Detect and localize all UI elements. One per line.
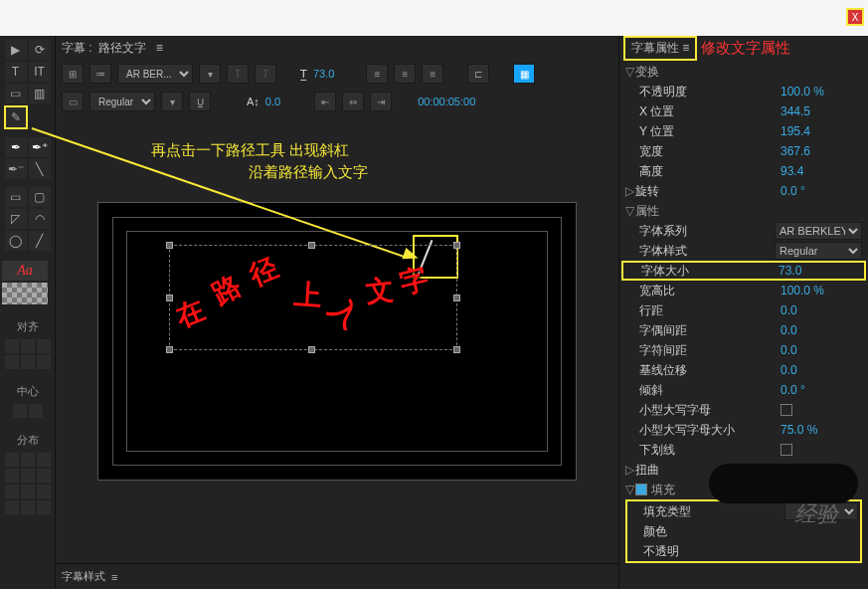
line-tool[interactable]: ╱ <box>29 231 51 251</box>
prop-width-label: 宽度 <box>625 143 781 160</box>
arc-tool[interactable]: ◠ <box>29 209 51 229</box>
prop-underline-checkbox[interactable] <box>781 444 792 456</box>
prop-fontsize-label: 字体大小 <box>627 263 779 280</box>
prop-filltype-label: 填充类型 <box>629 503 784 520</box>
watermark-bubble <box>709 464 858 503</box>
prop-smallcaps-checkbox[interactable] <box>781 404 792 416</box>
align-center[interactable]: ≡ <box>394 64 416 84</box>
prop-opacity-value[interactable]: 100.0 % <box>781 85 862 98</box>
window-close-button[interactable]: X <box>846 8 864 26</box>
panel-title-prefix: 字幕 : <box>62 40 92 57</box>
leading-icon: A↕ <box>247 96 260 107</box>
prop-underline-label: 下划线 <box>625 442 781 459</box>
distribute-buttons[interactable] <box>2 453 53 514</box>
prop-fontstyle-select[interactable]: Regular <box>775 242 862 260</box>
prop-skew-label: 倾斜 <box>625 382 781 399</box>
prop-baseline-value[interactable]: 0.0 <box>781 363 862 377</box>
font-size-icon: T̲ <box>300 68 307 81</box>
new-title-button[interactable]: ▭ <box>62 92 84 111</box>
prop-kerning-value[interactable]: 0.0 <box>781 323 862 337</box>
prop-tracking-value[interactable]: 0.0 <box>781 343 862 357</box>
show-video-button[interactable]: ▦ <box>513 64 535 84</box>
leading-value[interactable]: 0.0 <box>265 96 280 107</box>
prop-aspect-label: 宽高比 <box>625 283 781 299</box>
prop-rotate-label[interactable]: 旋转 <box>635 183 781 200</box>
annotation-line2: 沿着路径输入文字 <box>249 163 368 181</box>
align-right[interactable]: ≡ <box>422 64 443 84</box>
templates-button[interactable]: ⊞ <box>62 64 84 84</box>
align-buttons[interactable] <box>2 339 53 369</box>
prop-ypos-value[interactable]: 195.4 <box>781 124 862 138</box>
prop-ypos-label: Y 位置 <box>625 123 781 140</box>
text-style-swatch[interactable]: Aa <box>2 261 48 281</box>
distribute-v[interactable]: ⇥ <box>370 92 392 111</box>
prop-baseline-label: 基线位移 <box>625 362 781 379</box>
delete-anchor-tool[interactable]: ✒⁻ <box>5 159 27 179</box>
center-buttons[interactable] <box>2 404 53 418</box>
prop-rotate-value[interactable]: 0.0 ° <box>781 184 862 198</box>
font-picker-caret[interactable]: ▾ <box>199 64 221 84</box>
weight-caret[interactable]: ▾ <box>161 92 183 111</box>
styles-panel-title: 字幕样式 <box>62 569 105 584</box>
section-attributes[interactable]: 属性 <box>635 203 862 220</box>
vertical-area-type-tool[interactable]: ▥ <box>29 84 51 103</box>
prop-height-value[interactable]: 93.4 <box>781 164 862 178</box>
align-section-label: 对齐 <box>2 316 53 337</box>
prop-skew-value[interactable]: 0.0 ° <box>781 383 862 397</box>
title-options-row1: ⊞ ≔ AR BER... ▾ T T T̲ 73.0 ≡ ≡ ≡ ⊏ ▦ <box>56 60 618 88</box>
selection-tool[interactable]: ▶ <box>5 40 27 60</box>
tab-stops[interactable]: ⊏ <box>467 64 489 84</box>
prop-color-label: 颜色 <box>629 523 777 540</box>
distribute-h[interactable]: ⇤ <box>314 92 336 111</box>
area-type-tool[interactable]: ▭ <box>5 84 27 103</box>
pen-tool[interactable]: ✒ <box>5 137 27 157</box>
prop-xpos-value[interactable]: 344.5 <box>781 104 862 118</box>
prop-smallcaps-label: 小型大写字母 <box>625 402 781 419</box>
underline-button[interactable]: U̲ <box>189 92 211 111</box>
bold-button[interactable]: T <box>227 64 249 84</box>
path-type-tool[interactable]: ✎ <box>6 107 26 127</box>
prop-kerning-label: 字偶间距 <box>625 322 781 339</box>
properties-tab[interactable]: 字幕属性 ≡ <box>623 36 697 61</box>
add-anchor-tool[interactable]: ✒⁺ <box>29 137 51 157</box>
ellipse-tool[interactable]: ◯ <box>5 231 27 251</box>
distribute-section-label: 分布 <box>2 430 53 451</box>
fill-enable-checkbox[interactable] <box>635 484 647 495</box>
prop-filltype-select[interactable] <box>784 502 858 520</box>
font-weight-select[interactable]: Regular <box>89 92 155 111</box>
rounded-rect-tool[interactable]: ▢ <box>29 187 51 207</box>
panel-menu-icon[interactable]: ≡ <box>156 41 163 55</box>
distribute-c[interactable]: ⇔ <box>342 92 364 111</box>
prop-fontsize-value[interactable]: 73.0 <box>779 264 860 278</box>
wedge-tool[interactable]: ◸ <box>5 209 27 229</box>
prop-smallcapssz-value[interactable]: 75.0 % <box>781 423 862 437</box>
section-transform[interactable]: 变换 <box>635 64 862 81</box>
annotation-props-note: 修改文字属性 <box>701 39 790 58</box>
prop-linespacing-value[interactable]: 0.0 <box>781 303 862 317</box>
prop-fontstyle-label: 字体样式 <box>625 243 775 260</box>
prop-width-value[interactable]: 367.6 <box>781 144 862 158</box>
prop-aspect-value[interactable]: 100.0 % <box>781 284 862 297</box>
styles-panel-menu-icon[interactable]: ≡ <box>111 571 117 583</box>
rectangle-tool[interactable]: ▭ <box>5 187 27 207</box>
convert-anchor-tool[interactable]: ╲ <box>29 159 51 179</box>
path-char: 上 <box>293 276 324 315</box>
title-properties-panel: 字幕属性 ≡ 修改文字属性 ▽变换 不透明度100.0 % X 位置344.5 … <box>618 36 868 589</box>
prop-smallcapssz-label: 小型大写字母大小 <box>625 422 781 439</box>
annotation-line1: 再点击一下路径工具 出现斜杠 <box>151 141 349 159</box>
timecode-value[interactable]: 00:00:05:00 <box>418 96 475 107</box>
prop-linespacing-label: 行距 <box>625 302 781 319</box>
path-char: 文 <box>364 272 396 312</box>
prop-fontfamily-select[interactable]: AR BERKLEY <box>775 222 862 240</box>
align-left[interactable]: ≡ <box>366 64 388 84</box>
rotate-tool[interactable]: ⟳ <box>29 40 51 60</box>
panel-title-name: 路径文字 <box>98 40 146 57</box>
italic-button[interactable]: T <box>255 64 276 84</box>
prop-fontfamily-label: 字体系列 <box>625 223 775 240</box>
font-family-select[interactable]: AR BER... <box>117 64 193 84</box>
prop-tracking-label: 字符间距 <box>625 342 781 359</box>
type-tool[interactable]: T <box>5 62 27 82</box>
roll-crawl-button[interactable]: ≔ <box>89 64 111 84</box>
vertical-type-tool[interactable]: IT <box>29 62 51 82</box>
font-size-value[interactable]: 73.0 <box>313 68 334 80</box>
